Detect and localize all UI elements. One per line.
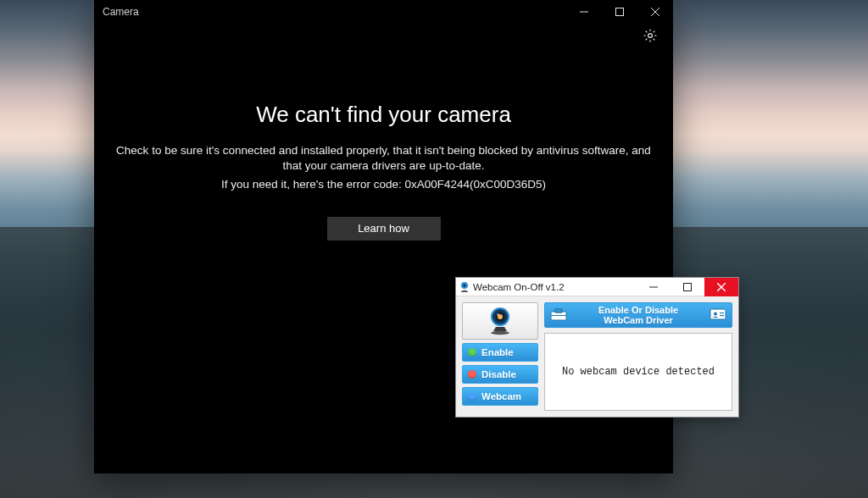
svg-rect-14 [551, 315, 566, 316]
svg-rect-15 [710, 309, 726, 319]
maximize-button[interactable] [602, 0, 637, 24]
gear-icon [643, 28, 658, 47]
error-text-line2: If you need it, here's the error code: 0… [108, 177, 659, 192]
id-card-icon [709, 307, 726, 324]
disable-button[interactable]: Disable [462, 365, 538, 384]
disable-label: Disable [481, 369, 516, 379]
webcam-icon [486, 305, 515, 338]
svg-rect-13 [555, 309, 562, 313]
webcam-button[interactable]: Webcam [462, 387, 538, 406]
maximize-button[interactable] [670, 278, 704, 296]
webcam-window-title: Webcam On-Off v1.2 [473, 282, 637, 292]
error-text-line1: Check to be sure it's connected and inst… [108, 143, 659, 174]
camera-titlebar[interactable]: Camera [94, 0, 673, 24]
minimize-button[interactable] [566, 0, 602, 24]
minimize-button[interactable] [637, 278, 670, 296]
status-dot-red [468, 370, 476, 379]
status-text: No webcam device detected [562, 366, 715, 378]
svg-point-3 [463, 284, 465, 286]
svg-rect-17 [720, 313, 724, 313]
toolbox-icon [550, 307, 567, 324]
status-panel: No webcam device detected [544, 333, 732, 411]
enable-button[interactable]: Enable [462, 343, 538, 362]
svg-point-16 [714, 312, 717, 315]
close-button[interactable] [637, 0, 673, 24]
status-dot-green [468, 348, 476, 357]
webcam-device-button[interactable] [462, 302, 538, 340]
learn-how-button[interactable]: Learn how [327, 217, 441, 241]
svg-rect-0 [616, 8, 624, 16]
svg-point-1 [648, 34, 653, 38]
close-button[interactable] [704, 278, 738, 296]
webcam-label: Webcam [481, 391, 521, 401]
settings-button[interactable] [641, 28, 659, 47]
svg-rect-18 [720, 315, 724, 316]
svg-point-10 [497, 313, 498, 315]
webcam-app-icon [456, 278, 473, 296]
camera-app-title: Camera [103, 6, 139, 18]
webcam-onoff-window: Webcam On-Off v1.2 [455, 277, 739, 418]
enable-label: Enable [481, 347, 514, 357]
status-dot-blue [468, 392, 476, 401]
webcam-titlebar[interactable]: Webcam On-Off v1.2 [456, 278, 738, 296]
learn-how-label: Learn how [358, 222, 409, 235]
svg-point-5 [491, 330, 509, 334]
error-heading: We can't find your camera [108, 102, 659, 128]
driver-header: Enable Or Disable WebCam Driver [544, 302, 732, 328]
svg-rect-4 [684, 283, 692, 290]
driver-header-text: Enable Or Disable WebCam Driver [572, 305, 704, 325]
